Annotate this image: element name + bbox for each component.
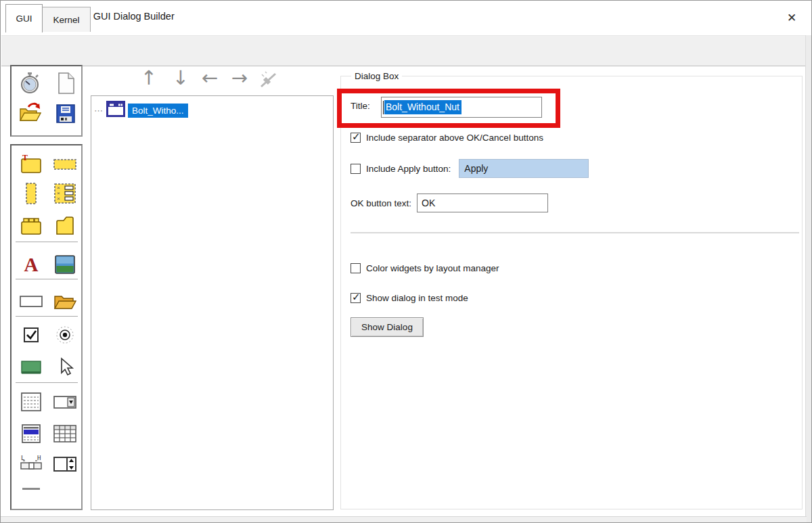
textfield-icon[interactable] bbox=[19, 289, 43, 313]
svg-text:×: × bbox=[57, 196, 60, 202]
apply-checkbox-label: Include Apply button: bbox=[366, 164, 451, 174]
tabitem-icon[interactable] bbox=[53, 213, 77, 237]
apply-checkbox[interactable] bbox=[351, 164, 361, 174]
text-caret bbox=[383, 101, 384, 114]
apply-text-input[interactable] bbox=[459, 159, 589, 178]
tab-strip bbox=[1, 35, 812, 66]
close-button[interactable]: ✕ bbox=[780, 7, 803, 28]
palette-separator bbox=[16, 316, 78, 317]
move-right-button[interactable]: → bbox=[227, 66, 252, 90]
palette-separator bbox=[16, 279, 78, 279]
tree-expand-dots: ⋯ bbox=[94, 106, 104, 116]
separator-checkbox[interactable] bbox=[351, 133, 361, 143]
checkbox-icon[interactable] bbox=[19, 323, 43, 347]
tab-gui[interactable]: GUI bbox=[5, 4, 43, 32]
move-down-button[interactable]: ↓ bbox=[168, 66, 194, 90]
separator-checkbox-label: Include separator above OK/Cancel button… bbox=[366, 133, 543, 143]
app-window: Really Simple GUI Dialog Builder ✕ GUI K… bbox=[0, 0, 812, 523]
tree-row[interactable]: ⋯ Bolt_Witho... bbox=[94, 101, 188, 120]
radio-icon[interactable] bbox=[53, 323, 77, 347]
combobox-icon[interactable] bbox=[53, 390, 77, 414]
widget-tree[interactable]: ⋯ Bolt_Witho... bbox=[91, 95, 334, 510]
test-mode-checkbox[interactable] bbox=[351, 293, 361, 303]
pushbutton-icon[interactable] bbox=[19, 355, 43, 380]
list-icon[interactable] bbox=[19, 390, 43, 414]
dialog-box-legend: Dialog Box bbox=[351, 71, 402, 81]
spinner-icon[interactable] bbox=[53, 452, 77, 476]
svg-text:T: T bbox=[22, 154, 28, 162]
test-mode-row: Show dialog in test mode bbox=[351, 292, 468, 304]
svg-text:H: H bbox=[37, 455, 41, 461]
groupbox-icon[interactable]: T bbox=[19, 152, 43, 177]
show-dialog-button[interactable]: Show Dialog bbox=[351, 317, 424, 337]
separator-icon[interactable] bbox=[19, 476, 43, 501]
ok-text-row: OK button text: bbox=[351, 194, 548, 212]
dialog-window-icon bbox=[106, 101, 125, 120]
tabbook-icon[interactable] bbox=[19, 213, 43, 237]
separator-checkbox-row: Include separator above OK/Cancel button… bbox=[351, 131, 543, 143]
move-left-button[interactable]: ← bbox=[197, 66, 223, 90]
hframe-icon[interactable] bbox=[53, 152, 77, 177]
slider-icon[interactable]: L H bbox=[19, 452, 43, 476]
stopwatch-icon[interactable] bbox=[18, 71, 42, 95]
vframe-icon[interactable] bbox=[19, 181, 43, 206]
file-dialog-icon[interactable] bbox=[53, 289, 77, 313]
aligner-icon[interactable]: × × × bbox=[53, 181, 77, 206]
new-file-icon[interactable] bbox=[53, 71, 78, 95]
title-input[interactable]: Bolt_Without_Nut bbox=[381, 97, 542, 118]
open-file-icon[interactable] bbox=[18, 100, 42, 124]
title-selected-text: Bolt_Without_Nut bbox=[384, 100, 461, 114]
listbox-icon[interactable] bbox=[19, 422, 43, 446]
cursor-icon[interactable] bbox=[53, 355, 77, 380]
table-icon[interactable] bbox=[53, 422, 77, 446]
title-bar: Really Simple GUI Dialog Builder ✕ bbox=[1, 1, 811, 35]
move-up-button[interactable]: ↑ bbox=[136, 66, 162, 90]
title-label: Title: bbox=[351, 101, 370, 111]
delete-axe-icon[interactable] bbox=[255, 67, 281, 91]
apply-checkbox-row: Include Apply button: bbox=[351, 159, 589, 178]
right-gutter bbox=[805, 35, 811, 523]
palette-separator bbox=[16, 242, 78, 242]
test-mode-label: Show dialog in test mode bbox=[366, 293, 468, 303]
color-widgets-row: Color widgets by layout manager bbox=[351, 262, 499, 274]
palette-separator bbox=[16, 382, 78, 383]
label-icon[interactable]: A bbox=[19, 252, 43, 277]
bottom-gutter bbox=[1, 516, 807, 523]
save-file-icon[interactable] bbox=[53, 101, 78, 126]
horizontal-separator bbox=[351, 232, 799, 233]
color-widgets-checkbox[interactable] bbox=[351, 263, 361, 273]
color-widgets-label: Color widgets by layout manager bbox=[366, 263, 499, 273]
tab-kernel[interactable]: Kernel bbox=[42, 7, 91, 32]
ok-button-text-label: OK button text: bbox=[351, 198, 411, 208]
tree-item-label[interactable]: Bolt_Witho... bbox=[128, 104, 188, 118]
picture-icon[interactable] bbox=[53, 252, 77, 277]
ok-button-text-input[interactable] bbox=[417, 194, 548, 212]
